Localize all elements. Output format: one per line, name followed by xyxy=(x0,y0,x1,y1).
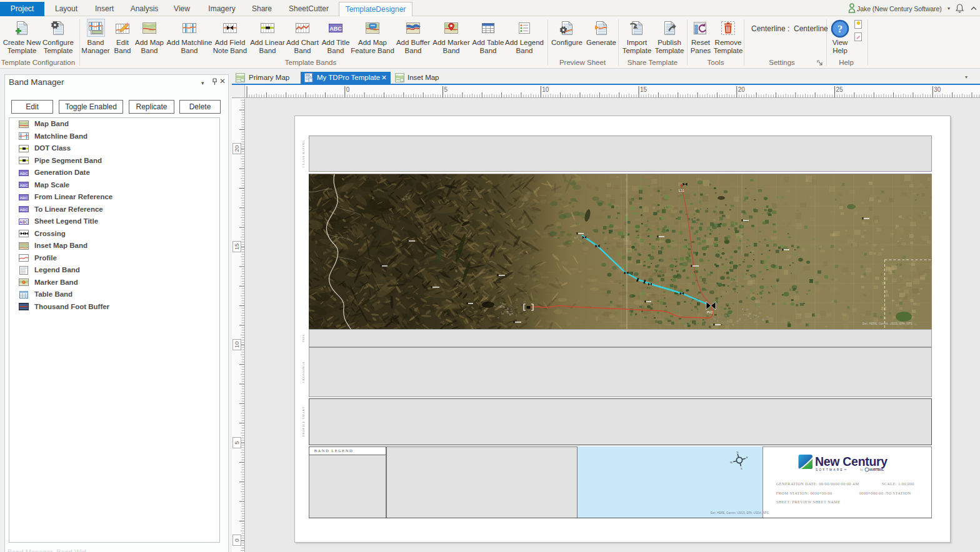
svg-text:ABC: ABC xyxy=(19,219,28,224)
svg-text:ABC: ABC xyxy=(20,208,29,212)
svg-text:W: W xyxy=(730,461,732,464)
svg-text:ABC: ABC xyxy=(20,171,29,175)
svg-text:E: E xyxy=(746,456,748,459)
svg-text:New Century: New Century xyxy=(815,455,888,468)
svg-text:?: ? xyxy=(838,23,843,35)
svg-text:LS1: LS1 xyxy=(679,189,684,192)
svg-text:Esri, HERE, Garmin, USGS, EPA,: Esri, HERE, Garmin, USGS, EPA, NPS xyxy=(862,322,912,325)
svg-text:ABC: ABC xyxy=(20,184,29,187)
svg-text:SOFTWARE™: SOFTWARE™ xyxy=(816,468,848,471)
svg-text:N: N xyxy=(736,451,738,454)
svg-text:ABC: ABC xyxy=(20,195,29,199)
svg-text:S: S xyxy=(741,467,742,470)
svg-text:by: by xyxy=(860,468,864,471)
svg-text:ABC: ABC xyxy=(329,26,342,32)
svg-text:HURTBUL: HURTBUL xyxy=(869,468,884,471)
svg-text:PV2: PV2 xyxy=(707,310,713,314)
